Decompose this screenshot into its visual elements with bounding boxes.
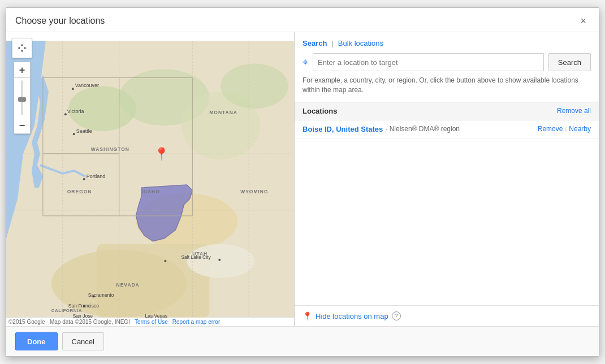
tab-divider: | (331, 39, 333, 47)
svg-point-15 (72, 88, 74, 90)
search-button[interactable]: Search (548, 53, 591, 71)
remove-location-button[interactable]: Remove (538, 125, 563, 133)
svg-text:MONTANA: MONTANA (209, 110, 237, 115)
svg-point-18 (83, 178, 85, 180)
dialog-title: Choose your locations (15, 16, 105, 26)
zoom-controls: + − (14, 62, 31, 134)
action-divider: | (565, 125, 567, 132)
svg-text:NEVADA: NEVADA (116, 282, 140, 288)
locations-section: Locations Remove all Boise ID, United St… (295, 102, 599, 306)
done-button[interactable]: Done (15, 332, 58, 350)
remove-all-button[interactable]: Remove all (557, 107, 591, 115)
choose-locations-dialog: Choose your locations × (6, 7, 599, 357)
location-name[interactable]: Boise ID, United States (302, 125, 383, 133)
location-actions: Remove | Nearby (538, 125, 591, 133)
location-item: Boise ID, United States - Nielsen® DMA® … (295, 120, 599, 138)
svg-point-19 (218, 259, 221, 261)
hide-locations-section: 📍 Hide locations on map ? (295, 306, 599, 326)
map-marker: 📍 (154, 147, 169, 162)
svg-text:Seattle: Seattle (76, 128, 92, 134)
map-attribution: ©2015 Google · Map data ©2015 Google, IN… (6, 318, 294, 326)
tab-search[interactable]: Search (302, 39, 327, 47)
cancel-button[interactable]: Cancel (62, 332, 104, 350)
svg-point-23 (164, 260, 166, 262)
nav-pan-control[interactable] (12, 38, 32, 58)
right-panel: Search | Bulk locations ⌖ Search For exa… (295, 32, 599, 326)
search-section: Search | Bulk locations ⌖ Search For exa… (295, 32, 599, 102)
map-area[interactable]: Vancouver Victoria Seattle Portland WASH… (6, 32, 295, 326)
svg-point-16 (64, 113, 67, 115)
svg-point-17 (73, 133, 75, 135)
location-search-input[interactable] (313, 53, 544, 71)
svg-marker-42 (21, 50, 23, 53)
locations-label: Locations (302, 107, 337, 115)
location-info: Boise ID, United States - Nielsen® DMA® … (302, 125, 538, 133)
svg-text:Sacramento: Sacramento (88, 292, 114, 298)
dialog-body: Vancouver Victoria Seattle Portland WASH… (6, 32, 599, 326)
zoom-out-button[interactable]: − (14, 118, 30, 133)
svg-text:IDAHO: IDAHO (142, 189, 160, 194)
search-row: ⌖ Search (302, 53, 591, 71)
locations-header: Locations Remove all (295, 102, 599, 120)
svg-text:Victoria: Victoria (67, 109, 84, 114)
svg-point-8 (187, 244, 254, 278)
svg-text:CALIFORNIA: CALIFORNIA (51, 308, 82, 313)
nearby-button[interactable]: Nearby (569, 125, 591, 133)
search-tabs: Search | Bulk locations (302, 39, 591, 47)
close-button[interactable]: × (577, 15, 590, 27)
svg-marker-43 (18, 47, 20, 49)
hide-pin-icon: 📍 (302, 311, 312, 320)
svg-point-4 (221, 63, 288, 109)
svg-text:Salt Lake City: Salt Lake City (181, 254, 211, 260)
dialog-header: Choose your locations × (6, 8, 599, 32)
hide-locations-link[interactable]: Hide locations on map (316, 312, 388, 320)
help-icon[interactable]: ? (392, 311, 401, 320)
svg-text:San Francisco: San Francisco (68, 303, 99, 309)
svg-marker-41 (21, 44, 23, 46)
svg-text:Vancouver: Vancouver (75, 83, 99, 88)
zoom-in-button[interactable]: + (14, 62, 30, 78)
dialog-footer: Done Cancel (6, 326, 599, 356)
svg-text:WYOMING: WYOMING (240, 189, 268, 194)
svg-marker-44 (24, 47, 27, 49)
location-description: - Nielsen® DMA® region (385, 125, 460, 133)
svg-text:WASHINGTON: WASHINGTON (91, 146, 129, 152)
search-hint: For example, a country, city, or region.… (302, 76, 591, 95)
svg-text:OREGON: OREGON (67, 189, 92, 194)
tab-bulk-locations[interactable]: Bulk locations (338, 39, 383, 47)
svg-text:Portland: Portland (87, 174, 105, 179)
map-navigation-controls: + − (12, 38, 32, 134)
location-target-icon: ⌖ (302, 57, 308, 68)
